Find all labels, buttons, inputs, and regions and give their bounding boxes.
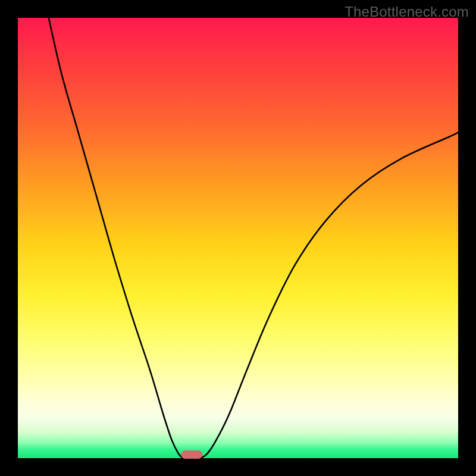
- chart-frame: TheBottleneck.com: [0, 0, 476, 476]
- plot-area: [18, 18, 458, 458]
- bottleneck-marker: [181, 450, 203, 459]
- watermark-text: TheBottleneck.com: [345, 4, 469, 20]
- curve-right: [201, 132, 458, 458]
- curve-left: [49, 18, 183, 458]
- curve-svg: [18, 18, 458, 458]
